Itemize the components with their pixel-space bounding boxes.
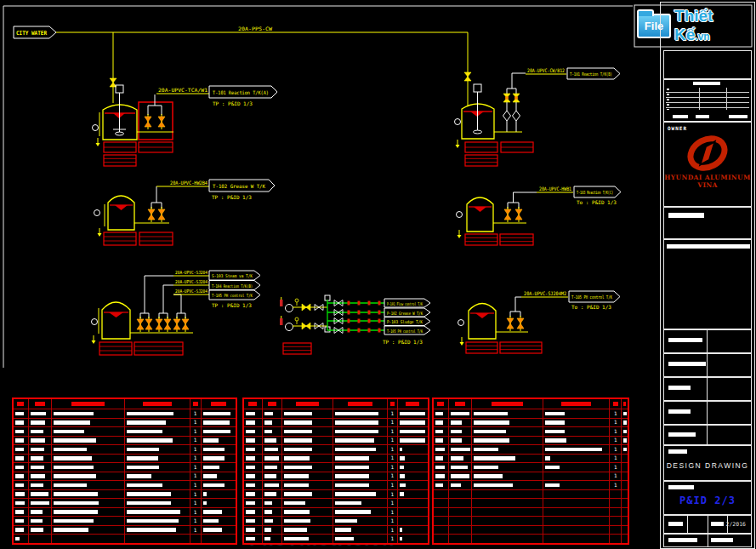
redacted-text-block <box>264 474 276 478</box>
table-cell: 1 <box>190 455 202 463</box>
redacted-text-block <box>335 438 374 443</box>
table-cell <box>244 472 263 481</box>
table-cell <box>202 499 236 507</box>
table-cell <box>610 490 622 499</box>
redacted-text-block <box>127 466 159 470</box>
cell-text: 1 <box>194 447 197 452</box>
pump-valve-icon <box>145 317 152 332</box>
redacted-text-block <box>335 528 351 532</box>
redacted-text-block <box>203 466 219 470</box>
redacted-text-block <box>203 420 230 425</box>
table-cell <box>543 463 611 472</box>
table-cell: 1 <box>610 472 622 481</box>
table-row: 1 <box>244 436 428 445</box>
redacted-text-block <box>335 456 369 460</box>
redacted-text-block <box>623 448 626 452</box>
redacted-text-block <box>335 420 378 425</box>
table-cell <box>29 508 53 517</box>
header-cell <box>52 399 125 409</box>
table-row: 1 <box>244 409 428 418</box>
pipe-label: 20A-UPVC-SJ204 <box>175 279 208 284</box>
redacted-text-block <box>264 528 271 532</box>
table-cell <box>472 508 543 517</box>
table-cell <box>398 455 428 463</box>
redacted-text-block <box>451 483 461 488</box>
valve-tick-icon <box>348 319 350 323</box>
redacted-text-block <box>284 519 310 523</box>
cell-text: 1 <box>614 483 617 488</box>
table-cell <box>52 437 125 445</box>
redacted-text-block <box>400 412 425 416</box>
table-cell <box>14 419 29 427</box>
redacted-text-block <box>54 528 88 532</box>
redacted-text-block <box>54 420 90 425</box>
redacted-text-block <box>435 448 445 452</box>
header-block <box>390 402 395 406</box>
cell-text: 1 <box>194 528 197 533</box>
redacted-text-block <box>335 492 376 496</box>
table-cell <box>14 472 29 481</box>
table-cell <box>398 499 428 507</box>
table-cell <box>622 472 628 481</box>
table-cell <box>333 499 388 507</box>
pump-skid-box <box>139 102 173 140</box>
table-cell <box>14 463 29 472</box>
header-cell <box>398 399 428 409</box>
table-cell: 1 <box>610 409 622 418</box>
header-cell <box>263 399 283 409</box>
table-row <box>434 534 628 543</box>
pump-circle <box>286 305 293 312</box>
table-cell <box>622 455 628 463</box>
redacted-text-block <box>435 420 443 425</box>
equipment-nameplate <box>500 342 542 353</box>
table-cell <box>125 463 190 472</box>
redacted-text-block <box>400 448 403 452</box>
table-row: 1 <box>244 454 428 463</box>
table-cell <box>449 445 473 454</box>
table-cell <box>263 499 283 507</box>
table-cell <box>282 535 333 543</box>
table-cell <box>449 427 473 436</box>
redacted-text-block <box>54 456 92 460</box>
table-cell <box>263 463 283 472</box>
header-block <box>296 402 319 406</box>
table-cell <box>52 535 125 543</box>
redacted-text-block <box>284 456 310 460</box>
redacted-text-block <box>284 537 309 541</box>
redacted-text-block <box>284 430 312 434</box>
header-block <box>268 402 277 406</box>
redacted-text-block <box>203 412 230 416</box>
redacted-text-block <box>335 474 369 478</box>
cell-text: 1 <box>390 510 394 515</box>
table-cell <box>282 526 333 535</box>
redacted-text-block <box>623 420 626 425</box>
table-cell <box>282 427 333 436</box>
redacted-text-block <box>284 492 312 496</box>
agitator-motor <box>116 85 123 93</box>
level-gauge-icon <box>457 212 463 218</box>
table-cell <box>52 517 125 525</box>
table-cell <box>543 481 611 489</box>
header-block <box>455 402 465 406</box>
redacted-text-block <box>31 492 49 496</box>
table-cell <box>125 499 190 507</box>
redacted-text-block <box>435 466 445 470</box>
table-cell <box>29 419 53 427</box>
redacted-text-block <box>246 420 255 425</box>
redacted-text-block <box>31 412 46 416</box>
cell-text: 1 <box>614 420 617 425</box>
table-cell: 1 <box>388 535 398 543</box>
cell-text: 1 <box>390 473 394 478</box>
table-row: 1 <box>14 472 236 481</box>
dest-label: TP : P&ID 1/3 <box>383 339 423 345</box>
redacted-text-block <box>335 510 370 514</box>
redacted-text-block <box>203 448 225 452</box>
redacted-text-block <box>54 483 87 488</box>
table-cell <box>202 481 236 489</box>
table-row: 1 <box>14 426 236 436</box>
table-cell <box>202 472 236 481</box>
pipe-label: 20A-UPVC-CW/B12 <box>527 67 565 73</box>
table-cell <box>333 463 388 472</box>
table-cell <box>202 508 236 517</box>
cell-text: 1 <box>390 447 394 452</box>
